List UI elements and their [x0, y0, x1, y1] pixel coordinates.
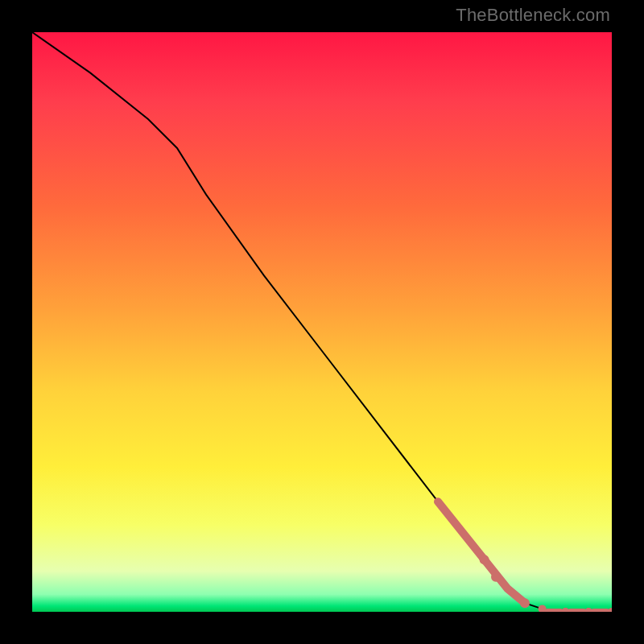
attribution-label: TheBottleneck.com — [456, 5, 610, 26]
main-line — [32, 32, 612, 612]
plot-area — [32, 32, 612, 612]
highlight-dot — [480, 555, 489, 564]
chart-stage: TheBottleneck.com — [0, 0, 644, 644]
highlight-dot — [520, 598, 530, 608]
curve-layer — [32, 32, 612, 612]
highlight-dot — [491, 572, 501, 582]
highlight-segment — [438, 502, 525, 603]
highlight-dot — [608, 608, 612, 612]
